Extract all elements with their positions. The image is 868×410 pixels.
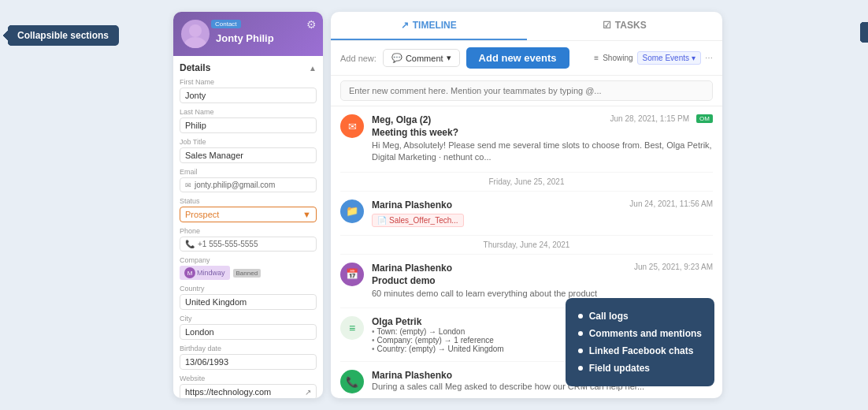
website-label: Website <box>180 375 317 382</box>
birthday-field: Birthday date 13/06/1993 <box>180 345 317 370</box>
svg-point-1 <box>184 37 206 48</box>
add-events-bar: Add new: 💬 Comment ▾ Add new events ≡ Sh… <box>331 41 722 76</box>
date-divider-june25: Friday, June 25, 2021 <box>340 173 713 192</box>
city-field: City London <box>180 315 317 340</box>
tabs-header: ↗ TIMELINE ☑ TASKS <box>331 12 722 41</box>
status-value: Prospect <box>185 210 219 219</box>
popup-label-facebook: Linked Facebook chats <box>589 345 694 356</box>
details-section: Details ▲ First Name Jonty Last Name Phi… <box>173 56 323 398</box>
phone-input[interactable]: 📞 +1 555-555-5555 <box>180 237 317 252</box>
birthday-input[interactable]: 13/06/1993 <box>180 354 317 370</box>
filter-icon: ≡ <box>594 54 599 62</box>
timeline-item-email: ✉ Meg, Olga (2) Jun 28, 2021, 1:15 PM OM… <box>340 106 713 173</box>
comment-button[interactable]: 💬 Comment ▾ <box>383 49 460 67</box>
file-author: Marina Plashenko <box>372 199 452 211</box>
country-field: Country United Kingdom <box>180 285 317 310</box>
comment-dropdown-icon: ▾ <box>447 53 451 63</box>
filter-options-icon[interactable]: ⋯ <box>705 54 713 62</box>
attachment-icon: 📄 <box>377 216 387 225</box>
company-field: Company M Mindway Banned <box>180 256 317 280</box>
popup-item-facebook[interactable]: Linked Facebook chats <box>578 342 702 360</box>
job-title-field: Job Title Sales Manager <box>180 138 317 163</box>
avatar <box>181 20 210 48</box>
comment-input-bar <box>331 76 722 106</box>
email-text: Hi Meg, Absolutely! Please send me sever… <box>372 140 713 164</box>
website-value: https://technology.com <box>185 387 271 397</box>
calendar-item-content: Marina Plashenko Jun 25, 2021, 9:23 AM P… <box>372 263 713 300</box>
add-label: Add new: <box>340 54 377 63</box>
company-banned-tag: Banned <box>233 269 262 278</box>
timeline-tab-icon: ↗ <box>401 20 409 31</box>
calendar-time: Jun 25, 2021, 9:23 AM <box>634 263 713 271</box>
filter-tag[interactable]: Some Events ▾ <box>637 51 701 65</box>
popup-label-comments: Comments and mentions <box>589 328 702 339</box>
phone-value: +1 555-555-5555 <box>198 240 258 248</box>
popup-item-comments[interactable]: Comments and mentions <box>578 325 702 342</box>
email-item-content: Meg, Olga (2) Jun 28, 2021, 1:15 PM OM M… <box>372 114 713 164</box>
tab-timeline[interactable]: ↗ TIMELINE <box>331 12 527 40</box>
last-name-field: Last Name Philip <box>180 108 317 133</box>
bullet-icon <box>578 366 583 371</box>
tooltip-field-updates: Field updates <box>860 22 868 43</box>
phone-icon: 📞 <box>185 240 195 248</box>
first-name-input[interactable]: Jonty <box>180 88 317 103</box>
website-field: Website https://technology.com ↗ <box>180 375 317 398</box>
popup-menu: Call logs Comments and mentions Linked F… <box>566 298 714 386</box>
popup-item-call-logs[interactable]: Call logs <box>578 308 702 325</box>
website-input[interactable]: https://technology.com ↗ <box>180 384 317 398</box>
country-label: Country <box>180 285 317 293</box>
filter-value: Some Events <box>643 54 689 62</box>
email-field: Email ✉ jonty.philip@gmail.com <box>180 168 317 192</box>
calendar-title: Product demo <box>372 275 713 286</box>
filter-dropdown-icon: ▾ <box>692 54 696 62</box>
email-input[interactable]: ✉ jonty.philip@gmail.com <box>180 177 317 192</box>
last-name-input[interactable]: Philip <box>180 117 317 133</box>
attachment-tag: 📄 Sales_Offer_Tech... <box>372 214 464 227</box>
update-item-icon: ≡ <box>340 316 364 340</box>
country-input[interactable]: United Kingdom <box>180 294 317 310</box>
email-item-icon: ✉ <box>340 114 364 138</box>
tasks-tab-icon: ☑ <box>603 20 611 31</box>
collapse-details-btn[interactable]: ▲ <box>309 64 317 73</box>
file-item-icon: 📁 <box>340 199 364 223</box>
city-label: City <box>180 315 317 322</box>
calendar-author: Marina Plashenko <box>372 263 452 274</box>
popup-item-field-updates[interactable]: Field updates <box>578 360 702 377</box>
job-title-input[interactable]: Sales Manager <box>180 147 317 163</box>
status-field: Status Prospect ▼ <box>180 197 317 222</box>
contact-badge: Contact <box>211 20 241 28</box>
call-item-icon: 📞 <box>340 370 364 393</box>
tab-tasks[interactable]: ☑ TASKS <box>527 12 723 40</box>
email-author: Meg, Olga (2) <box>372 114 431 125</box>
company-label: Company <box>180 256 317 264</box>
email-value: jonty.philip@gmail.com <box>195 181 275 189</box>
email-label: Email <box>180 168 317 176</box>
comment-btn-label: Comment <box>406 54 443 63</box>
bullet-icon <box>578 348 583 353</box>
section-title-details: Details <box>180 62 210 73</box>
popup-label-call-logs: Call logs <box>589 311 629 322</box>
company-tag[interactable]: M Mindway <box>180 266 230 280</box>
dropdown-icon: ▼ <box>302 210 311 219</box>
showing-filter: ≡ Showing Some Events ▾ ⋯ <box>594 51 713 65</box>
status-select[interactable]: Prospect ▼ <box>180 207 317 222</box>
tasks-tab-label: TASKS <box>615 20 647 31</box>
showing-label: Showing <box>603 54 632 62</box>
comment-input[interactable] <box>340 80 713 101</box>
bullet-icon <box>578 331 583 336</box>
phone-field: Phone 📞 +1 555-555-5555 <box>180 227 317 252</box>
comment-icon: 💬 <box>391 53 402 63</box>
email-title: Meeting this week? <box>372 127 713 138</box>
file-time: Jun 24, 2021, 11:56 AM <box>629 199 713 208</box>
gear-icon[interactable]: ⚙ <box>306 18 317 31</box>
email-badge: OM <box>696 114 713 123</box>
first-name-field: First Name Jonty <box>180 78 317 103</box>
add-events-popup[interactable]: Add new events <box>466 47 569 69</box>
contact-header: Contact Jonty Philip ⚙ <box>173 12 323 56</box>
date-divider-june24: Thursday, June 24, 2021 <box>340 236 713 255</box>
contact-panel: Contact Jonty Philip ⚙ Details ▲ First N… <box>173 12 323 398</box>
external-link-icon: ↗ <box>305 388 311 397</box>
phone-label: Phone <box>180 227 317 235</box>
city-input[interactable]: London <box>180 324 317 340</box>
bullet-icon <box>578 314 583 319</box>
